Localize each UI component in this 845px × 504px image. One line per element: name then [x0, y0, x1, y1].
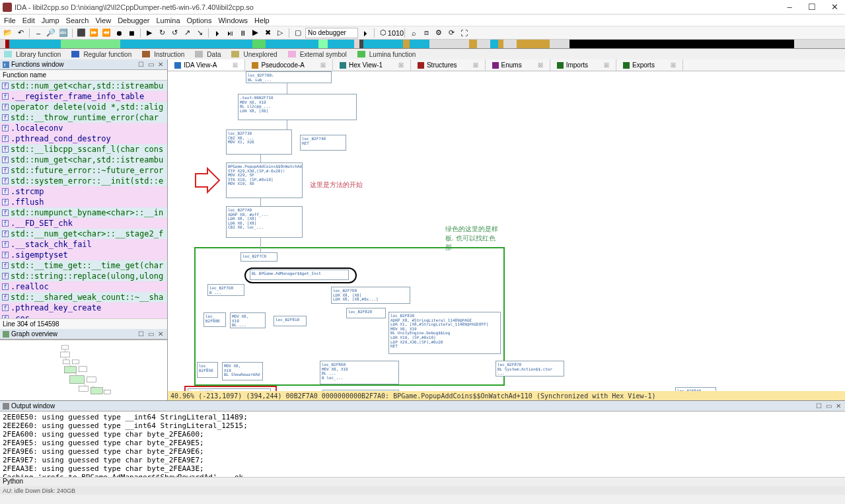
panel-float-button[interactable]: ▭	[147, 330, 155, 338]
graph-node[interactable]: .text:00B2F710MOV X0, X19BL il2cpp_...LD…	[238, 94, 357, 120]
toolbar-button[interactable]: ⏹	[126, 28, 137, 38]
toolbar-button[interactable]: ⏺	[114, 28, 124, 38]
tab-close-icon[interactable]: ☒	[604, 62, 609, 69]
functions-list[interactable]: fstd::num_get<char,std::istreambuf.__reg…	[0, 81, 167, 318]
function-row[interactable]: f.pthread_cond_destroy	[0, 133, 167, 144]
function-row[interactable]: fstd::__shared_weak_count::~__sha	[0, 292, 167, 303]
toolbar-button[interactable]: ↘	[194, 28, 205, 38]
nav-segment[interactable]	[0, 40, 5, 48]
menu-lumina[interactable]: Lumina	[156, 17, 180, 24]
graph-node[interactable]: loc_B2F890ADRP X8, #byte_2FEA600LDRB W8,…	[322, 390, 399, 391]
nav-segment[interactable]	[550, 40, 569, 48]
tab-close-icon[interactable]: ☒	[538, 62, 543, 69]
toolbar-button[interactable]: ⧈	[421, 28, 431, 38]
panel-float-button[interactable]: ▭	[147, 61, 155, 68]
graph-node[interactable]: loc_B2F7C0	[240, 252, 277, 262]
function-row[interactable]: f.cos	[0, 313, 167, 318]
function-row[interactable]: f.localeconv	[0, 123, 167, 133]
toolbar-button[interactable]: ↺	[169, 28, 180, 38]
function-row[interactable]: f.strcmp	[0, 186, 167, 197]
graph-node[interactable]: loc_B2F7A0ADRP X8, #off_...LDR X8, [X8]L…	[226, 206, 303, 238]
graph-node[interactable]: loc_B2F820	[346, 308, 386, 318]
function-row[interactable]: f.__register_frame_info_table	[0, 91, 167, 102]
view-tab[interactable]: Exports☒	[616, 59, 683, 71]
toolbar-button[interactable]: ⬛	[76, 28, 87, 38]
menu-view[interactable]: View	[95, 17, 111, 24]
menu-edit[interactable]: Edit	[22, 17, 35, 24]
graph-node[interactable]: loc_B2F700:BL sub_...	[246, 71, 332, 83]
view-tab[interactable]: Imports☒	[550, 59, 616, 71]
debugger-select[interactable]	[305, 28, 358, 38]
view-tab[interactable]: Structures☒	[411, 59, 486, 71]
graph-node[interactable]: loc_B2F730CBZ X0, ...MOV X1, X20	[226, 129, 292, 155]
functions-col-header[interactable]: Function name	[0, 70, 167, 81]
nav-segment[interactable]	[410, 40, 429, 48]
graph-canvas[interactable]: 这里是方法的开始 绿色的这里的是样板. 也可以找红色那 loc_B2F700:B…	[168, 71, 845, 391]
graph-overview[interactable]	[0, 340, 167, 400]
toolbar-button[interactable]: 🔤	[58, 28, 69, 38]
toolbar-button[interactable]: ⟳	[446, 28, 457, 38]
function-row[interactable]: f.pthread_key_create	[0, 303, 167, 313]
nav-segment[interactable]	[794, 40, 814, 48]
function-row[interactable]: fstd::num_get<char,std::istreambu	[0, 81, 167, 91]
menu-debugger[interactable]: Debugger	[118, 17, 149, 24]
function-row[interactable]: fstd::__time_get::__time_get(char	[0, 260, 167, 271]
toolbar-button[interactable]: ↗	[182, 28, 192, 38]
nav-segment[interactable]	[266, 40, 318, 48]
toolbar-button[interactable]: ⬡	[378, 28, 388, 38]
toolbar-button[interactable]: ⏸	[237, 28, 248, 38]
toolbar-button[interactable]: ⛶	[459, 28, 469, 38]
graph-node[interactable]: loc_B2F880LDR X19, [SP,#0x10]LDP X29,X30…	[188, 388, 271, 391]
function-row[interactable]: fstd::numpunct_byname<char>::__in	[0, 207, 167, 218]
graph-node[interactable]: loc_B2F870BL System.Action$$.ctor...	[496, 361, 564, 377]
nav-segment[interactable]	[503, 40, 517, 48]
graph-node[interactable]: loc_B2F800	[203, 312, 226, 327]
panel-close-button[interactable]: ✕	[157, 330, 165, 338]
function-row[interactable]: fstd::__num_get<char>::__stage2_f	[0, 229, 167, 239]
graph-node[interactable]: MOV X0,X19BL ...	[230, 312, 266, 328]
menu-windows[interactable]: Windows	[218, 17, 248, 24]
nav-segment[interactable]	[363, 40, 403, 48]
graph-node[interactable]: loc_B2F7D0B ...	[207, 284, 244, 296]
function-row[interactable]: fstd::future_error::~future_error	[0, 165, 167, 176]
nav-segment[interactable]	[328, 40, 354, 48]
menu-search[interactable]: Search	[66, 17, 89, 24]
toolbar-button[interactable]: ⏪	[101, 28, 112, 38]
toolbar-button[interactable]: ⏩	[89, 28, 99, 38]
nav-segment[interactable]	[490, 40, 498, 48]
toolbar-button[interactable]: ▢	[293, 28, 303, 38]
panel-dock-button[interactable]: ☐	[815, 402, 823, 410]
panel-dock-button[interactable]: ☐	[137, 330, 145, 338]
output-console-tab[interactable]: Python	[0, 477, 845, 486]
toolbar-button[interactable]: ⯈	[250, 28, 260, 38]
nav-segment[interactable]	[569, 40, 794, 48]
tab-close-icon[interactable]: ☒	[473, 62, 478, 69]
function-row[interactable]: f.__FD_SET_chk	[0, 218, 167, 229]
output-body[interactable]: 2EE0E50: using guessed type __int64 Stri…	[0, 412, 845, 477]
toolbar-button[interactable]: ▶	[144, 28, 155, 38]
toolbar-button[interactable]: 1010	[390, 28, 401, 38]
nav-segment[interactable]	[354, 40, 359, 48]
function-row[interactable]: foperator delete(void *,std::alig	[0, 102, 167, 112]
graph-node[interactable]: BL BPGame.AdManager$$get_Inst	[250, 270, 349, 280]
nav-segment[interactable]	[469, 40, 477, 48]
function-row[interactable]: fstd::__libcpp_sscanf_l(char cons	[0, 144, 167, 155]
view-tab[interactable]: Hex View-1☒	[333, 59, 411, 71]
function-row[interactable]: fstd::string::replace(ulong,ulong	[0, 271, 167, 281]
function-row[interactable]: fstd::__throw_runtime_error(char	[0, 112, 167, 123]
tab-close-icon[interactable]: ☒	[233, 62, 238, 69]
view-tab[interactable]: IDA View-A☒	[168, 59, 245, 71]
toolbar-button[interactable]: ⏵	[360, 28, 371, 38]
function-row[interactable]: fstd::system_error::__init(std::e	[0, 176, 167, 186]
toolbar-button[interactable]: ⚙	[433, 28, 444, 38]
nav-segment[interactable]	[252, 40, 266, 48]
graph-node[interactable]: loc_B2F740RET	[300, 135, 346, 151]
graph-node[interactable]: MOV X0,X19BL ShowRewardAd	[222, 362, 263, 380]
graph-node[interactable]: loc_B2F830ADRP X8, #StringLiteral_11489@…	[388, 312, 501, 354]
graph-node[interactable]: loc_B2F7E0LDR X8, [X0]LDR X8, [X8,#0x...…	[331, 287, 410, 304]
menu-help[interactable]: Help	[254, 17, 270, 24]
graph-node[interactable]: loc_B2F860MOV X0, X19BL ...B loc_...	[320, 361, 399, 384]
toolbar-button[interactable]: ▷	[275, 28, 285, 38]
function-row[interactable]: f.sigemptyset	[0, 250, 167, 260]
toolbar-button[interactable]: ✖	[262, 28, 273, 38]
